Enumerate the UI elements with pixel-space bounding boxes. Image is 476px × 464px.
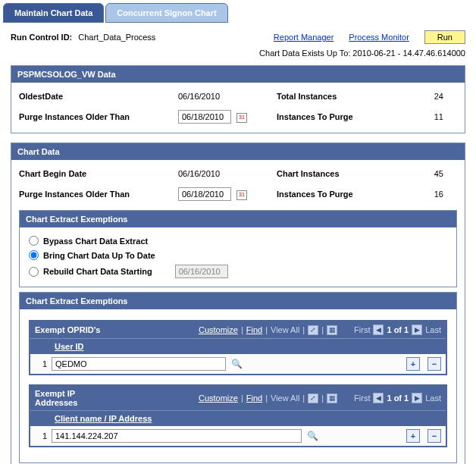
oldest-date-label: OldestDate <box>19 92 178 101</box>
add-row-button[interactable]: + <box>406 357 420 371</box>
exempt-ip-grid: Exempt IP Addresses Customize| Find| Vie… <box>29 384 447 447</box>
radio-rebuild-label: Rebuild Chart Data Starting <box>43 267 152 276</box>
process-monitor-link[interactable]: Process Monitor <box>349 33 409 42</box>
user-id-column[interactable]: User ID <box>50 338 446 354</box>
run-button[interactable]: Run <box>424 30 465 44</box>
lookup-icon[interactable]: 🔍 <box>306 430 318 442</box>
psp-instances-to-purge-label: Instances To Purge <box>277 112 406 121</box>
exempt-oprids-title: Exempt OPRID's <box>35 325 100 334</box>
customize-link[interactable]: Customize <box>199 393 238 403</box>
psp-instances-to-purge-value: 11 <box>406 112 443 121</box>
report-manager-link[interactable]: Report Manager <box>274 33 334 42</box>
chart-instances-to-purge-label: Instances To Purge <box>277 190 406 199</box>
add-row-button[interactable]: + <box>406 429 420 443</box>
radio-rebuild[interactable] <box>29 267 39 277</box>
tab-maintain-chart-data[interactable]: Maintain Chart Data <box>3 3 104 23</box>
first-label: First <box>354 325 370 334</box>
first-label: First <box>354 393 370 403</box>
total-instances-value: 24 <box>406 92 443 101</box>
chart-extract-options-panel: Chart Extract Exemptions Bypass Chart Da… <box>19 210 457 287</box>
total-instances-label: Total Instances <box>277 92 406 101</box>
grid1-count: 1 of 1 <box>387 325 409 334</box>
user-id-input[interactable] <box>52 357 226 371</box>
zoom-icon[interactable]: ⤢ <box>308 325 318 335</box>
lookup-icon[interactable]: 🔍 <box>230 358 243 370</box>
delete-row-button[interactable]: − <box>427 429 441 443</box>
calendar-icon[interactable] <box>236 113 247 123</box>
pspmcsolog-title: PSPMCSOLOG_VW Data <box>11 66 465 83</box>
chart-instances-to-purge-value: 16 <box>406 190 443 199</box>
view-all-label: View All <box>271 393 299 403</box>
customize-link[interactable]: Customize <box>199 325 238 334</box>
grid-icon[interactable]: ▦ <box>327 393 337 403</box>
find-link[interactable]: Find <box>246 393 262 403</box>
last-label: Last <box>425 325 441 334</box>
row-number: 1 <box>35 359 47 368</box>
rebuild-date-input <box>175 265 228 278</box>
chart-extract-options-title: Chart Extract Exemptions <box>20 211 456 227</box>
chart-purge-date-input[interactable] <box>178 187 231 201</box>
chart-extract-exemptions-panel: Chart Extract Exemptions Exempt OPRID's … <box>19 292 457 463</box>
oldest-date-value: 06/16/2010 <box>178 92 277 101</box>
client-ip-input[interactable] <box>52 429 302 443</box>
calendar-icon[interactable] <box>236 190 247 200</box>
chart-begin-date-label: Chart Begin Date <box>19 169 178 178</box>
radio-bypass-label: Bypass Chart Data Extract <box>43 237 148 246</box>
prev-arrow-icon[interactable]: ◀ <box>373 324 384 335</box>
chart-instances-value: 45 <box>406 169 443 178</box>
chart-extract-exemptions-title: Chart Extract Exemptions <box>20 293 456 309</box>
chart-data-title: Chart Data <box>11 143 465 160</box>
row-number: 1 <box>35 431 47 440</box>
run-control-id-label: Run Control ID: <box>11 33 72 42</box>
pspmcsolog-panel: PSPMCSOLOG_VW Data OldestDate 06/16/2010… <box>11 65 465 133</box>
exempt-oprids-grid: Exempt OPRID's Customize| Find| View All… <box>29 320 447 375</box>
next-arrow-icon[interactable]: ▶ <box>412 324 422 335</box>
next-arrow-icon[interactable]: ▶ <box>412 393 422 403</box>
delete-row-button[interactable]: − <box>427 357 441 371</box>
run-control-id-value: Chart_Data_Process <box>78 33 155 42</box>
chart-instances-label: Chart Instances <box>277 169 406 178</box>
chart-data-panel: Chart Data Chart Begin Date 06/16/2010 C… <box>11 143 465 464</box>
zoom-icon[interactable]: ⤢ <box>308 393 318 403</box>
chart-purge-label: Purge Instances Older Than <box>19 190 178 199</box>
table-row: 1 🔍 + − <box>30 426 446 446</box>
view-all-label: View All <box>271 325 299 334</box>
grid2-count: 1 of 1 <box>387 393 409 403</box>
psp-purge-date-input[interactable] <box>178 110 231 124</box>
chart-begin-date-value: 06/16/2010 <box>178 169 277 178</box>
radio-bypass[interactable] <box>29 236 39 246</box>
tab-concurrent-signon-chart[interactable]: Concurrent Signon Chart <box>105 3 227 23</box>
psp-purge-label: Purge Instances Older Than <box>19 112 178 121</box>
chart-data-status-line: Chart Data Exists Up To: 2010-06-21 - 14… <box>11 49 465 58</box>
last-label: Last <box>425 393 441 403</box>
client-ip-column[interactable]: Client name / IP Address <box>50 410 446 426</box>
table-row: 1 🔍 + − <box>30 354 446 374</box>
radio-bring-up-to-date-label: Bring Chart Data Up To Date <box>43 251 155 260</box>
find-link[interactable]: Find <box>246 325 262 334</box>
prev-arrow-icon[interactable]: ◀ <box>373 393 384 403</box>
exempt-ip-title: Exempt IP Addresses <box>35 389 103 407</box>
grid-icon[interactable]: ▦ <box>327 325 337 335</box>
radio-bring-up-to-date[interactable] <box>29 250 39 260</box>
